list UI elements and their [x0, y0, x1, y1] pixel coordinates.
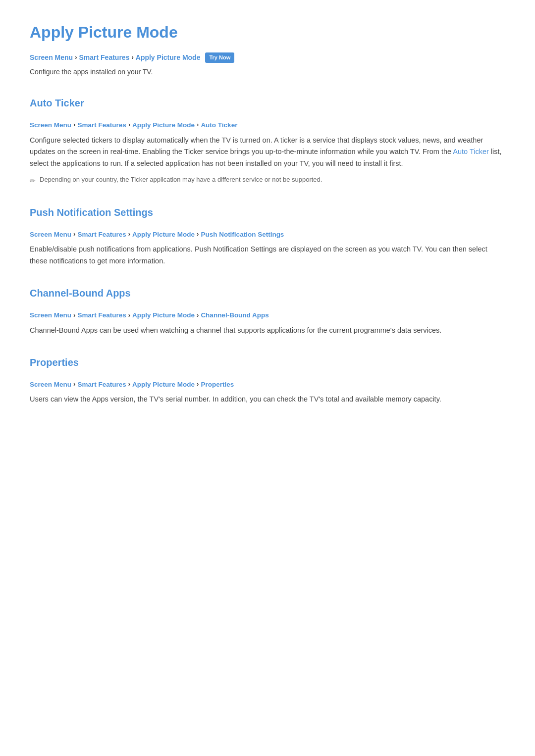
section-auto-ticker: Auto Ticker Screen Menu › Smart Features…	[30, 95, 505, 187]
section-breadcrumb-apply-picture-mode-1[interactable]: Apply Picture Mode	[132, 120, 195, 131]
section-body-channel-bound-apps: Channel-Bound Apps can be used when watc…	[30, 325, 505, 337]
sep-4a: ›	[73, 379, 75, 390]
breadcrumb-screen-menu[interactable]: Screen Menu	[30, 52, 73, 63]
section-breadcrumb-smart-features-2[interactable]: Smart Features	[77, 229, 126, 240]
section-push-notification: Push Notification Settings Screen Menu ›…	[30, 204, 505, 267]
section-breadcrumb-push-notification: Screen Menu › Smart Features › Apply Pic…	[30, 229, 505, 240]
section-breadcrumb-smart-features-4[interactable]: Smart Features	[77, 379, 126, 390]
section-breadcrumb-apply-picture-mode-2[interactable]: Apply Picture Mode	[132, 229, 195, 240]
sep-1a: ›	[73, 120, 75, 130]
breadcrumb-separator-1: ›	[75, 52, 77, 63]
section-title-properties: Properties	[30, 354, 505, 372]
section-body-push-notification: Enable/disable push notifications from a…	[30, 244, 505, 267]
section-breadcrumb-channel-bound-apps: Screen Menu › Smart Features › Apply Pic…	[30, 310, 505, 321]
section-title-push-notification: Push Notification Settings	[30, 204, 505, 222]
sep-2a: ›	[73, 229, 75, 240]
breadcrumb: Screen Menu › Smart Features › Apply Pic…	[30, 52, 505, 63]
auto-ticker-inline-link[interactable]: Auto Ticker	[453, 148, 489, 155]
section-breadcrumb-auto-ticker-link[interactable]: Auto Ticker	[201, 120, 237, 131]
section-breadcrumb-screen-menu-3[interactable]: Screen Menu	[30, 310, 71, 321]
section-body-properties: Users can view the Apps version, the TV'…	[30, 394, 505, 405]
page-title: Apply Picture Mode	[30, 20, 505, 45]
section-breadcrumb-auto-ticker: Screen Menu › Smart Features › Apply Pic…	[30, 120, 505, 131]
section-breadcrumb-screen-menu-4[interactable]: Screen Menu	[30, 379, 71, 390]
section-breadcrumb-screen-menu-2[interactable]: Screen Menu	[30, 229, 71, 240]
sep-3b: ›	[128, 310, 130, 321]
try-now-badge[interactable]: Try Now	[205, 52, 234, 63]
section-title-channel-bound-apps: Channel-Bound Apps	[30, 285, 505, 303]
sep-1c: ›	[197, 120, 199, 130]
note-auto-ticker: ✏ Depending on your country, the Ticker …	[30, 175, 505, 186]
section-title-auto-ticker: Auto Ticker	[30, 95, 505, 113]
sep-3c: ›	[197, 310, 199, 321]
section-body-auto-ticker: Configure selected tickers to display au…	[30, 135, 505, 170]
section-breadcrumb-smart-features-1[interactable]: Smart Features	[77, 120, 126, 131]
page-description: Configure the apps installed on your TV.	[30, 66, 505, 77]
section-channel-bound-apps: Channel-Bound Apps Screen Menu › Smart F…	[30, 285, 505, 337]
pencil-icon: ✏	[30, 175, 36, 186]
section-breadcrumb-apply-picture-mode-3[interactable]: Apply Picture Mode	[132, 310, 195, 321]
section-breadcrumb-properties-link[interactable]: Properties	[201, 379, 234, 390]
sep-2b: ›	[128, 229, 130, 240]
section-breadcrumb-smart-features-3[interactable]: Smart Features	[77, 310, 126, 321]
section-breadcrumb-screen-menu-1[interactable]: Screen Menu	[30, 120, 71, 131]
section-breadcrumb-apply-picture-mode-4[interactable]: Apply Picture Mode	[132, 379, 195, 390]
section-breadcrumb-push-notification-link[interactable]: Push Notification Settings	[201, 229, 284, 240]
breadcrumb-smart-features[interactable]: Smart Features	[79, 52, 129, 63]
section-breadcrumb-properties: Screen Menu › Smart Features › Apply Pic…	[30, 379, 505, 390]
sep-1b: ›	[128, 120, 130, 130]
breadcrumb-apply-picture-mode[interactable]: Apply Picture Mode	[136, 52, 201, 63]
sep-4c: ›	[197, 379, 199, 390]
sep-2c: ›	[197, 229, 199, 240]
note-text-auto-ticker: Depending on your country, the Ticker ap…	[40, 175, 322, 185]
sep-4b: ›	[128, 379, 130, 390]
section-breadcrumb-channel-bound-apps-link[interactable]: Channel-Bound Apps	[201, 310, 269, 321]
section-properties: Properties Screen Menu › Smart Features …	[30, 354, 505, 406]
breadcrumb-separator-2: ›	[131, 52, 133, 63]
sep-3a: ›	[73, 310, 75, 321]
